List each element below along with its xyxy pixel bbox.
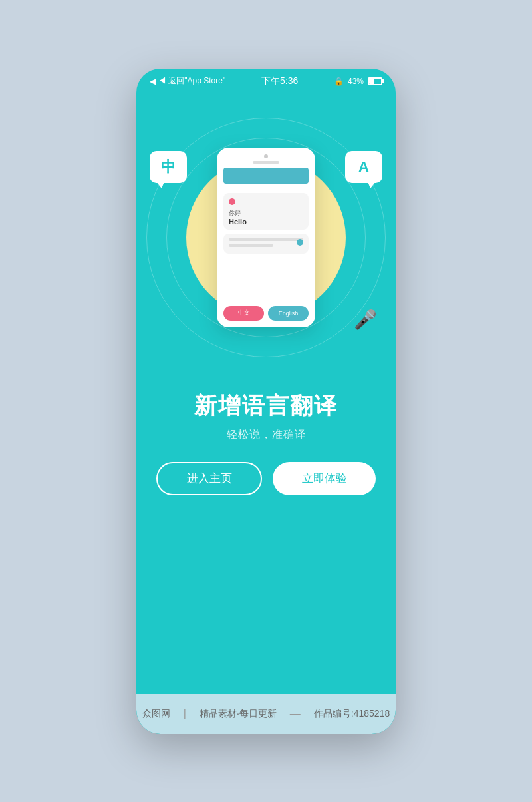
red-dot bbox=[229, 198, 235, 205]
watermark-site: 众图网 bbox=[142, 708, 170, 720]
chinese-lang-button[interactable]: 中文 bbox=[223, 306, 264, 321]
blue-dot bbox=[297, 239, 303, 246]
mockup-speaker bbox=[253, 161, 279, 164]
mockup-language-buttons: 中文 English bbox=[217, 306, 315, 327]
watermark-sep: | bbox=[184, 708, 186, 720]
battery-percent: 43% bbox=[348, 77, 364, 86]
chinese-char: 中 bbox=[161, 157, 176, 177]
mockup-header-bar bbox=[223, 168, 309, 184]
translation-card-top: 你好 Hello bbox=[223, 193, 309, 230]
battery-icon bbox=[368, 77, 382, 85]
bottom-buttons: 进入主页 立即体验 bbox=[136, 462, 396, 515]
microphone-icon: 🎤 bbox=[354, 309, 377, 331]
translation-english-text: Hello bbox=[229, 218, 303, 226]
phone-screen: ◀ ◀ 返回"App Store" 下午5:36 🔒 43% 中 bbox=[136, 69, 396, 734]
status-right: 🔒 43% bbox=[334, 77, 382, 86]
back-label[interactable]: ◀ 返回"App Store" bbox=[158, 75, 225, 87]
watermark-sep2: — bbox=[290, 708, 301, 720]
try-button[interactable]: 立即体验 bbox=[273, 462, 376, 495]
lock-icon: 🔒 bbox=[334, 77, 344, 86]
english-char: A bbox=[358, 158, 369, 176]
translation-card-bottom bbox=[223, 234, 309, 254]
mockup-body: 你好 Hello bbox=[217, 189, 315, 306]
status-left: ◀ ◀ 返回"App Store" bbox=[150, 75, 225, 87]
home-button[interactable]: 进入主页 bbox=[156, 462, 262, 495]
translation-chinese-text: 你好 bbox=[229, 209, 303, 218]
english-lang-button[interactable]: English bbox=[268, 306, 309, 321]
chinese-speech-bubble: 中 bbox=[150, 151, 187, 183]
back-arrow-icon[interactable]: ◀ bbox=[150, 77, 156, 86]
watermark-id: 作品编号:4185218 bbox=[314, 708, 390, 720]
status-time: 下午5:36 bbox=[261, 75, 298, 87]
status-bar: ◀ ◀ 返回"App Store" 下午5:36 🔒 43% bbox=[136, 69, 396, 91]
main-title: 新增语言翻译 bbox=[194, 391, 338, 421]
english-speech-bubble: A bbox=[345, 151, 382, 183]
phone-mockup-illustration: 你好 Hello 中文 English bbox=[217, 148, 315, 327]
line-placeholder-1 bbox=[229, 238, 303, 241]
text-section: 新增语言翻译 轻松说，准确译 bbox=[174, 377, 358, 462]
sub-title: 轻松说，准确译 bbox=[227, 428, 306, 442]
watermark-slogan: 精品素材·每日更新 bbox=[200, 708, 277, 720]
watermark-overlay: 众图网 | 精品素材·每日更新 — 作品编号:4185218 bbox=[136, 694, 396, 734]
line-placeholder-2 bbox=[229, 244, 273, 247]
illustration-area: 中 A 🎤 你好 Hello bbox=[136, 98, 396, 377]
main-content: 中 A 🎤 你好 Hello bbox=[136, 91, 396, 734]
mockup-dot bbox=[264, 154, 268, 158]
mockup-topbar bbox=[217, 148, 315, 168]
